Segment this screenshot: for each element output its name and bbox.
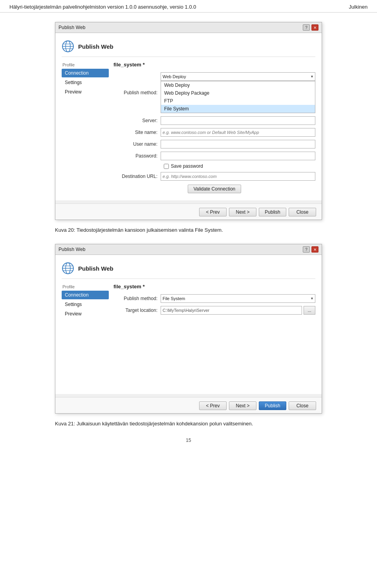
user-name-row: User name: [113, 140, 315, 148]
target-location-row: Target location: ... [113, 306, 315, 315]
page-content: Publish Web ? ✕ Publish W [0, 22, 377, 427]
next-button-2[interactable]: Next > [229, 401, 256, 410]
server-input[interactable] [161, 116, 315, 125]
dialog2-header-text: Publish Web [78, 265, 113, 272]
site-name-row: Site name: [113, 128, 315, 137]
dropdown-web-deploy[interactable]: Web Deploy [161, 81, 315, 89]
dialog2: Publish Web ? ✕ Publish W [55, 244, 322, 414]
page-title: Hälyri-tietojärjestelmän palvelinohjelmi… [9, 4, 196, 10]
user-name-label: User name: [113, 141, 161, 147]
dialog2-globe-icon [62, 262, 74, 275]
destination-url-control [161, 172, 315, 181]
caption2: Kuva 21: Julkaisuun käytettävän tiedosto… [55, 421, 322, 427]
close-button[interactable]: ✕ [311, 24, 318, 31]
titlebar-controls: ? ✕ [303, 24, 318, 31]
profile-name: file_system * [113, 62, 315, 68]
dialog2-footer: < Prev Next > Publish Close [55, 397, 322, 413]
prev-button-2[interactable]: < Prev [199, 401, 227, 410]
dialog1-body: Publish Web Profile Connection Settings … [55, 33, 322, 200]
destination-url-row: Destination URL: [113, 172, 315, 181]
caption1: Kuva 20: Tiedostojärjestelmän kansioon j… [55, 227, 322, 233]
dialog1-main: Profile Connection Settings Preview file… [62, 62, 315, 195]
dialog1-sidebar: Profile Connection Settings Preview [62, 62, 109, 195]
target-location-input[interactable] [161, 306, 302, 315]
password-input[interactable] [161, 152, 315, 160]
dropdown-web-deploy-package[interactable]: Web Deploy Package [161, 89, 315, 97]
dialog2-header-row: Publish Web [62, 259, 315, 279]
publish-method-selected[interactable]: Web Deploy [161, 72, 315, 81]
target-location-control: ... [161, 306, 315, 315]
save-password-row: Save password [113, 163, 315, 169]
prev-button-1[interactable]: < Prev [199, 208, 227, 216]
publish-method-row: Publish method: Web Deploy ▼ Web Deploy … [113, 72, 315, 113]
server-control [161, 116, 315, 125]
password-row: Password: [113, 152, 315, 160]
dialog2-profile-label: Profile [62, 284, 109, 289]
dialog1-wrapper: Publish Web ? ✕ Publish W [55, 22, 322, 220]
validate-connection-button[interactable]: Validate Connection [188, 185, 242, 193]
dialog1: Publish Web ? ✕ Publish W [55, 22, 322, 220]
profile-label: Profile [62, 62, 109, 67]
publish-method-label: Publish method: [113, 90, 161, 95]
close-button-1[interactable]: Close [289, 208, 316, 216]
publish-method-control: Web Deploy ▼ Web Deploy Web Deploy Packa… [161, 72, 315, 113]
dialog1-form: file_system * Publish method: Web Deploy… [109, 62, 315, 195]
dialog2-titlebar: Publish Web ? ✕ [55, 244, 322, 255]
save-password-checkbox[interactable] [164, 164, 169, 169]
dialog2-titlebar-controls: ? ✕ [303, 246, 318, 253]
page-number: 15 [0, 438, 377, 443]
page-header: Hälyri-tietojärjestelmän palvelinohjelmi… [0, 0, 377, 13]
dialog2-publish-method-control: File System ▼ [161, 294, 315, 303]
publish-button-2[interactable]: Publish [259, 401, 286, 410]
dialog1-title: Publish Web [59, 25, 85, 30]
dialog2-spacer [113, 318, 315, 388]
dialog2-wrapper: Publish Web ? ✕ Publish W [55, 244, 322, 414]
dialog2-publish-method-selected[interactable]: File System [161, 294, 315, 303]
page-label: Julkinen [349, 4, 368, 10]
dialog2-main: Profile Connection Settings Preview file… [62, 284, 315, 388]
help-button[interactable]: ? [303, 24, 310, 31]
nav-settings[interactable]: Settings [62, 78, 109, 87]
site-name-label: Site name: [113, 130, 161, 135]
globe-icon [62, 40, 74, 53]
dialog1-footer: < Prev Next > Publish Close [55, 203, 322, 220]
dialog2-publish-method-row: Publish method: File System ▼ [113, 294, 315, 303]
password-control [161, 152, 315, 160]
browse-button[interactable]: ... [304, 306, 315, 315]
destination-url-label: Destination URL: [113, 174, 161, 179]
publish-button-1[interactable]: Publish [259, 208, 286, 216]
dialog2-help-button[interactable]: ? [303, 246, 310, 253]
server-label: Server: [113, 118, 161, 123]
nav-connection[interactable]: Connection [62, 69, 109, 77]
dialog1-header-row: Publish Web [62, 37, 315, 57]
close-button-2[interactable]: Close [289, 401, 316, 410]
dropdown-ftp[interactable]: FTP [161, 97, 315, 105]
dialog2-form: file_system * Publish method: File Syste… [109, 284, 315, 388]
dropdown-file-system[interactable]: File System [161, 105, 315, 113]
site-name-control [161, 128, 315, 137]
publish-method-dropdown[interactable]: Web Deploy Web Deploy Package FTP File S… [161, 81, 315, 113]
publish-method-select-wrapper[interactable]: Web Deploy ▼ [161, 72, 315, 81]
user-name-control [161, 140, 315, 148]
save-password-label: Save password [171, 163, 203, 169]
site-name-input[interactable] [161, 128, 315, 137]
next-button-1[interactable]: Next > [229, 208, 256, 216]
dialog2-nav-preview[interactable]: Preview [62, 310, 109, 318]
dialog1-header-text: Publish Web [78, 43, 113, 50]
password-label: Password: [113, 153, 161, 159]
dialog2-body: Publish Web Profile Connection Settings … [55, 255, 322, 394]
user-name-input[interactable] [161, 140, 315, 148]
dialog2-nav-connection[interactable]: Connection [62, 291, 109, 299]
dialog2-nav-settings[interactable]: Settings [62, 300, 109, 309]
dialog2-sidebar: Profile Connection Settings Preview [62, 284, 109, 388]
dialog2-publish-method-label: Publish method: [113, 296, 161, 301]
validate-btn-row: Validate Connection [113, 185, 315, 193]
dialog2-profile-name: file_system * [113, 284, 315, 289]
dialog1-titlebar: Publish Web ? ✕ [55, 22, 322, 33]
dialog2-select-wrapper[interactable]: File System ▼ [161, 294, 315, 303]
target-location-label: Target location: [113, 308, 161, 313]
dialog2-close-button[interactable]: ✕ [311, 246, 318, 253]
destination-url-input[interactable] [161, 172, 315, 181]
server-row: Server: [113, 116, 315, 125]
nav-preview[interactable]: Preview [62, 88, 109, 96]
